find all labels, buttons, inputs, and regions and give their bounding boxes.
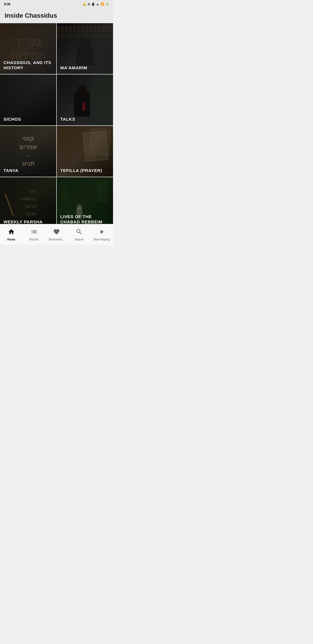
header: Inside Chassidus <box>0 8 113 23</box>
status-icons: 🔔 ⊙ 📳 ▲ 📶 🔋 <box>83 3 109 6</box>
tile-label-weekly-parsha: WEEKLY PARSHA <box>3 219 53 224</box>
tile-label-tanya: TANYA <box>3 168 53 173</box>
tab-search-label: Search <box>74 238 84 241</box>
grid-item-chassidus-history[interactable]: בס"דחסידות CHASSIDUS, AND ITS HISTORY <box>0 23 56 74</box>
signal-icon: 📶 <box>101 3 104 6</box>
tile-label-chassidus-history: CHASSIDUS, AND ITS HISTORY <box>3 60 53 70</box>
tab-search[interactable]: Search <box>68 227 90 243</box>
tab-recent[interactable]: Recent <box>23 227 45 243</box>
recents-button[interactable]: ■ <box>87 245 101 245</box>
tile-label-maamarim: MA'AMARIM <box>60 65 110 70</box>
battery-icon: 🔋 <box>105 3 109 6</box>
tab-bookmarks-label: Bookmark... <box>49 238 64 241</box>
shield-icon: ⊙ <box>88 3 90 6</box>
search-icon <box>76 228 83 237</box>
system-nav: ◀ ● ■ <box>0 245 113 245</box>
notification-icon: 🔔 <box>83 3 86 6</box>
back-button[interactable]: ◀ <box>12 245 26 245</box>
tile-bg-parsha: ויהיבראשיתפרשהשבועי <box>0 177 56 224</box>
tab-home[interactable]: Home <box>0 227 23 243</box>
grid-item-talks[interactable]: TALKS <box>57 75 113 125</box>
category-grid: בס"דחסידות CHASSIDUS, AND ITS HISTORY MA… <box>0 23 113 224</box>
status-bar: 9:36 🔔 ⊙ 📳 ▲ 📶 🔋 <box>0 0 113 8</box>
hebrew-text: קוטיאמרים–תניא <box>19 135 37 168</box>
tab-bookmarks[interactable]: Bookmark... <box>45 227 68 243</box>
app-title: Inside Chassidus <box>5 12 57 19</box>
grid-item-sichos[interactable]: SICHOS <box>0 75 56 125</box>
tile-label-lives-chabad: LIVES OF THE CHABAD REBBEIM <box>60 214 110 224</box>
tile-label-sichos: SICHOS <box>3 117 53 122</box>
tab-now-playing[interactable]: Now Playing <box>90 227 113 243</box>
tile-label-talks: TALKS <box>60 117 110 122</box>
tab-now-playing-label: Now Playing <box>94 238 110 241</box>
bookmarks-icon <box>53 228 60 237</box>
tab-home-label: Home <box>7 238 15 241</box>
vibrate-icon: 📳 <box>91 3 95 6</box>
grid-item-weekly-parsha[interactable]: ויהיבראשיתפרשהשבועי WEEKLY PARSHA <box>0 177 56 224</box>
tab-recent-label: Recent <box>29 238 39 241</box>
grid-item-lives-chabad[interactable]: LIVES OF THE CHABAD REBBEIM <box>57 177 113 224</box>
tab-bar: Home Recent Bookmark... Search <box>0 224 113 245</box>
status-time: 9:36 <box>4 2 10 6</box>
tile-label-tefilla: TEFILLA (PRAYER) <box>60 168 110 173</box>
now-playing-icon <box>98 228 105 237</box>
grid-item-tanya[interactable]: קוטיאמרים–תניא TANYA <box>0 126 56 177</box>
main-content: בס"דחסידות CHASSIDUS, AND ITS HISTORY MA… <box>0 23 113 224</box>
wifi-icon: ▲ <box>96 3 99 6</box>
grid-item-tefilla[interactable]: TEFILLA (PRAYER) <box>57 126 113 177</box>
recent-icon <box>30 228 37 237</box>
home-button[interactable]: ● <box>50 245 64 245</box>
grid-item-maamarim[interactable]: MA'AMARIM <box>57 23 113 74</box>
home-icon <box>8 228 15 237</box>
